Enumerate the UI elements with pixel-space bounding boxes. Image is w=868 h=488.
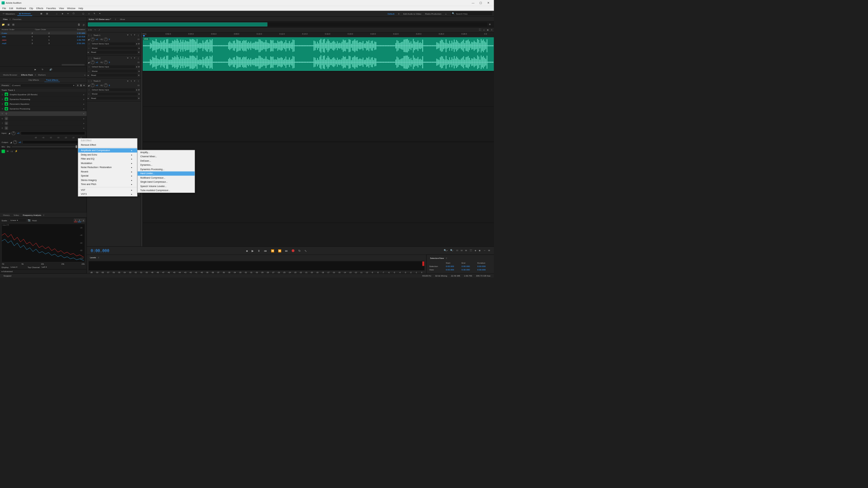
rewind-button[interactable]: ⏪ <box>271 249 274 252</box>
track-header[interactable]: ⋮⋮Track 1MSR⋮ ◢+0 ⊙(0 ⊡ → Default Stereo… <box>87 33 141 56</box>
zoom-icon[interactable]: ⊞ <box>465 249 467 252</box>
input-knob[interactable] <box>12 131 15 135</box>
favorite-icon[interactable]: ★ <box>83 84 85 86</box>
menu-item[interactable]: Special▸ <box>78 174 137 178</box>
fx-slot[interactable]: 5⏻▸ <box>0 111 86 116</box>
tab-history[interactable]: History <box>1 212 12 217</box>
presets-dropdown[interactable]: (Custom) ▾ <box>11 83 76 87</box>
tab-selection-view[interactable]: Selection/View <box>428 256 446 261</box>
audio-clip[interactable]: VO2 <box>143 37 494 70</box>
menu-window[interactable]: Window <box>65 6 77 11</box>
tab-effects-rack[interactable]: Effects Rack <box>19 73 35 77</box>
zoom-in-icon[interactable]: 🔍+ <box>444 249 448 252</box>
file-row[interactable]: .wav442:10.018 <box>0 35 86 38</box>
workspace-more[interactable]: » <box>443 13 448 15</box>
hold-3-button[interactable]: 3 <box>82 219 85 222</box>
track-header[interactable]: ⋮⋮Track 2MSR⋮ ◢+0 ⊙(0 ⊡ → Default Stereo… <box>87 55 141 78</box>
file-row[interactable]: .sesx111:06.755 <box>0 38 86 42</box>
tab-editor[interactable]: Editor: VO Better.sesx * <box>89 18 111 20</box>
go-to-end-button[interactable]: ⏭ <box>285 249 288 252</box>
zoom-icon[interactable]: ⊠ <box>488 249 490 252</box>
workspace-link[interactable]: Edit Audio to Video <box>401 13 423 15</box>
menu-item[interactable]: Dynamics... <box>138 163 195 167</box>
razor-tool-icon[interactable]: ◈ <box>60 12 65 16</box>
menu-item[interactable]: Hard Limiter... <box>138 171 195 176</box>
tool-icon[interactable]: ◻ <box>81 12 86 16</box>
menu-item[interactable]: Filter and EQ▸ <box>78 157 137 161</box>
track-lane[interactable] <box>143 107 494 142</box>
zoom-icon[interactable]: ◈ <box>475 249 476 252</box>
slip-tool-icon[interactable]: ⇔ <box>65 12 70 16</box>
hold-2-button[interactable]: 2 <box>78 219 81 222</box>
menu-item[interactable]: Single-band Compressor... <box>138 180 195 184</box>
fx-slot[interactable]: 8⏻▸ <box>0 126 86 130</box>
workspace-link[interactable]: Radio Production <box>423 13 443 15</box>
display-dropdown[interactable]: Lines ▾ <box>11 266 26 268</box>
menu-item[interactable]: Stereo Imagery▸ <box>78 178 137 182</box>
menu-item[interactable]: Reverb▸ <box>78 169 137 174</box>
menu-item[interactable]: Channel Mixer... <box>138 155 195 159</box>
new-multitrack-icon[interactable]: ▤ <box>12 23 15 26</box>
new-icon[interactable]: ▣ <box>7 23 10 26</box>
menu-favorites[interactable]: Favorites <box>45 6 57 11</box>
zoom-icon[interactable]: ↔ <box>484 249 486 252</box>
menu-item[interactable]: Speech Volume Leveler... <box>138 184 195 188</box>
fx-slot[interactable]: 4⏻Dynamics Processing▸ <box>0 106 86 111</box>
menu-item[interactable]: VST3▸ <box>78 192 137 197</box>
mix-slider[interactable] <box>12 146 77 147</box>
menu-multitrack[interactable]: Multitrack <box>15 6 27 11</box>
fx-slot[interactable]: 1⏻Graphic Equalizer (20 Bands)▸ <box>0 92 86 97</box>
go-to-start-button[interactable]: ⏮ <box>264 249 267 252</box>
output-knob[interactable] <box>13 140 17 144</box>
waveform-view-button[interactable]: ▭Waveform <box>1 12 16 16</box>
effects-context-menu[interactable]: Edit EffectRemove EffectAmplitude and Co… <box>78 138 137 197</box>
search-input[interactable]: 🔍Search Help <box>450 12 493 16</box>
tab-frequency-analysis[interactable]: Frequency Analysis <box>21 212 43 217</box>
tab-video[interactable]: Video <box>12 212 21 217</box>
pause-button[interactable]: ⏸ <box>258 249 260 252</box>
close-button[interactable]: ✕ <box>485 0 492 6</box>
menu-item[interactable]: Noise Reduction / Restoration▸ <box>78 165 137 170</box>
menu-item[interactable]: Modulation▸ <box>78 161 137 165</box>
zoom-out-icon[interactable]: 🔍- <box>450 249 454 252</box>
zoom-icon[interactable]: ⊟ <box>461 249 462 252</box>
amplitude-submenu[interactable]: Amplify...Channel Mixer...DeEsser...Dyna… <box>137 150 195 193</box>
menu-view[interactable]: View <box>57 6 65 11</box>
maximize-button[interactable]: ▢ <box>477 0 485 6</box>
menu-item[interactable]: Time and Pitch▸ <box>78 182 137 187</box>
snap-icon[interactable]: ⫰ <box>484 28 485 31</box>
move-tool-icon[interactable]: ↔ <box>54 12 59 15</box>
menu-item[interactable]: Dynamics Processing... <box>138 167 195 171</box>
tab-favorites[interactable]: Favorites <box>11 17 23 22</box>
snapshot-icon[interactable]: 📷 <box>28 219 31 221</box>
tab-mixer[interactable]: Mixer <box>120 18 125 20</box>
menu-clip[interactable]: Clip <box>28 6 35 11</box>
subtab-track-effects[interactable]: Track Effects <box>44 78 60 82</box>
advanced-toggle[interactable]: ▸ Advanced <box>0 269 86 273</box>
fx-slot[interactable]: 6⏻▸ <box>0 116 86 121</box>
menu-item[interactable]: Amplify... <box>138 150 195 155</box>
menu-help[interactable]: Help <box>77 6 85 11</box>
tab-files[interactable]: Files <box>1 17 9 22</box>
loop-icon[interactable]: ↻ <box>42 68 43 70</box>
file-row[interactable]: .mp3332:53.191 <box>0 42 86 45</box>
filter-icon[interactable]: ρ. <box>83 23 85 26</box>
menu-item[interactable]: Amplitude and Compression▸ <box>78 148 137 153</box>
tool-icon[interactable]: ▨ <box>44 12 50 16</box>
sends-icon[interactable]: ⤳ <box>94 28 96 31</box>
workspace-default[interactable]: Default <box>386 13 396 15</box>
delete-preset-icon[interactable]: 🗑 <box>80 84 82 86</box>
menu-effects[interactable]: Effects <box>35 6 45 11</box>
zoom-fit-icon[interactable]: ⛶ <box>470 249 472 252</box>
gear-icon[interactable]: ⚙ <box>487 23 493 25</box>
tool-icon[interactable]: ▦ <box>39 12 44 16</box>
track-lane[interactable] <box>143 72 494 107</box>
loop-button[interactable]: ↻ <box>298 249 301 252</box>
minimize-button[interactable]: — <box>469 0 477 6</box>
save-preset-icon[interactable]: ⬇ <box>77 84 79 86</box>
time-selection-tool-icon[interactable]: Ⓘ <box>71 12 76 16</box>
lightning-icon[interactable]: ⚡ <box>15 150 18 152</box>
play-button[interactable]: ▶ <box>252 249 254 252</box>
metronome-icon[interactable]: ◉ <box>487 28 489 31</box>
menu-file[interactable]: File <box>1 6 7 11</box>
